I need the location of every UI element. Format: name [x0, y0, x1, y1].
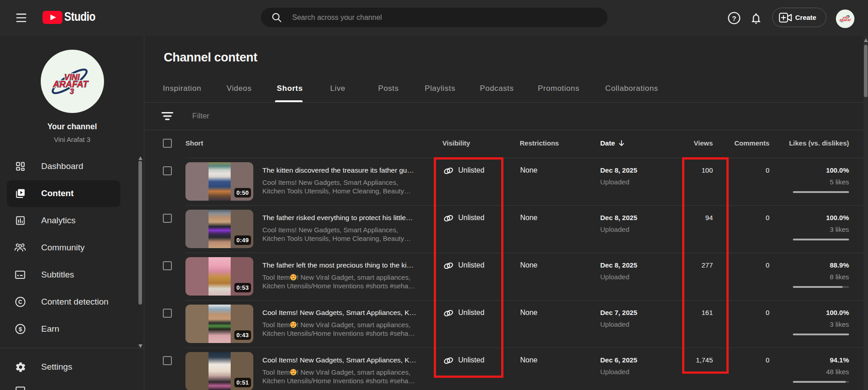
svg-text:?: ?	[732, 14, 736, 22]
svg-text:3: 3	[70, 88, 74, 95]
svg-text:$: $	[19, 326, 22, 333]
svg-text:ARAFAT: ARAFAT	[839, 19, 852, 22]
